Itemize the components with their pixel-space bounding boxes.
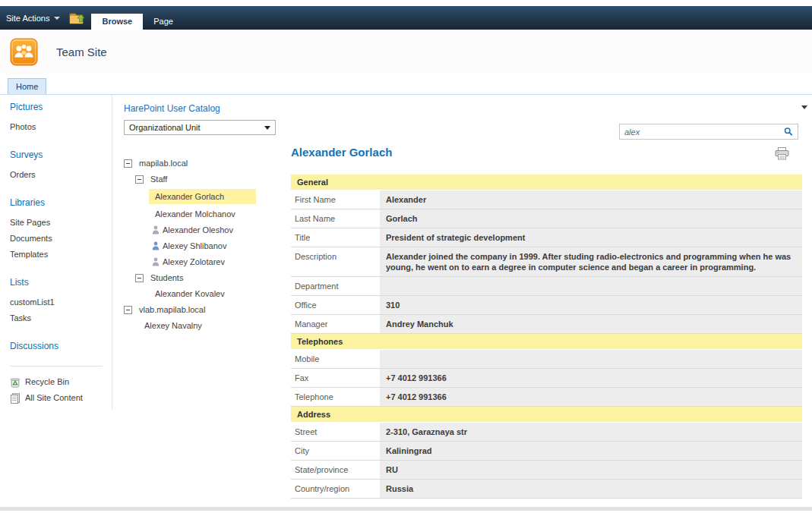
ribbon-tab-page[interactable]: Page bbox=[143, 14, 184, 30]
tree-label: vlab.mapilab.local bbox=[139, 304, 205, 316]
tree-item-domain[interactable]: vlab.mapilab.local bbox=[124, 304, 287, 316]
collapse-icon[interactable] bbox=[135, 274, 144, 282]
sidebar-heading-pictures[interactable]: Pictures bbox=[10, 102, 112, 112]
sidebar-item-recycle-bin[interactable]: Recycle Bin bbox=[10, 374, 112, 390]
tree-label-selected: Alexander Gorlach bbox=[149, 189, 256, 204]
search-input[interactable] bbox=[620, 127, 779, 137]
tab-home[interactable]: Home bbox=[8, 78, 46, 94]
field-label: Title bbox=[291, 228, 380, 247]
sidebar-item-photos[interactable]: Photos bbox=[10, 119, 112, 135]
table-row: Last Name Gorlach bbox=[291, 209, 802, 228]
sidebar-section-lists: Lists customList1 Tasks bbox=[10, 277, 112, 326]
tree-item-ou[interactable]: Students bbox=[124, 272, 287, 284]
table-row: City Kaliningrad bbox=[291, 442, 802, 461]
recycle-bin-label: Recycle Bin bbox=[25, 374, 69, 390]
field-value: Alexander joined the company in 1999. Af… bbox=[380, 247, 802, 276]
table-row: State/province RU bbox=[291, 461, 802, 480]
field-value: RU bbox=[380, 461, 802, 479]
site-actions-menu[interactable]: Site Actions bbox=[0, 6, 68, 30]
site-actions-label: Site Actions bbox=[6, 14, 49, 23]
sidebar-item-all-site-content[interactable]: All Site Content bbox=[10, 390, 112, 406]
top-nav-bar: Home bbox=[0, 74, 812, 95]
team-site-icon[interactable] bbox=[10, 38, 38, 66]
view-selector-dropdown[interactable]: Organizational Unit bbox=[124, 120, 276, 135]
search-box bbox=[619, 124, 798, 140]
field-value: Russia bbox=[380, 480, 802, 498]
field-label: City bbox=[291, 442, 380, 460]
sidebar-section-pictures: Pictures Photos bbox=[10, 102, 112, 135]
field-value bbox=[380, 277, 802, 295]
sidebar-item-documents[interactable]: Documents bbox=[10, 231, 112, 247]
profile-table: General First Name Alexander Last Name G… bbox=[291, 175, 802, 499]
sidebar-heading-discussions[interactable]: Discussions bbox=[10, 341, 112, 351]
person-icon bbox=[152, 257, 160, 266]
view-selector-value: Organizational Unit bbox=[129, 123, 264, 132]
all-site-content-icon bbox=[10, 393, 21, 404]
tree-item-user[interactable]: Alexander Kovalev bbox=[124, 288, 287, 300]
section-header-address: Address bbox=[291, 407, 802, 423]
navigate-up-button[interactable] bbox=[69, 6, 85, 30]
tree-item-user[interactable]: Alexey Shlibanov bbox=[124, 240, 287, 252]
print-button[interactable] bbox=[775, 147, 789, 162]
tree-item-user[interactable]: Alexey Navalny bbox=[124, 319, 287, 332]
collapse-icon[interactable] bbox=[124, 306, 132, 314]
table-row: Street 2-310, Garaznaya str bbox=[291, 423, 802, 442]
sidebar-item-templates[interactable]: Templates bbox=[10, 247, 112, 263]
sidebar-item-tasks[interactable]: Tasks bbox=[10, 310, 112, 326]
search-button[interactable] bbox=[779, 124, 798, 139]
field-value: Gorlach bbox=[380, 209, 802, 228]
field-label: Department bbox=[291, 277, 380, 295]
tree-item-user-selected[interactable]: Alexander Gorlach bbox=[124, 189, 287, 204]
sidebar-section-libraries: Libraries Site Pages Documents Templates bbox=[10, 197, 112, 263]
tree-label: mapilab.local bbox=[139, 157, 188, 169]
field-label: Last Name bbox=[291, 209, 380, 228]
collapse-icon[interactable] bbox=[135, 175, 144, 184]
field-value: 310 bbox=[380, 296, 802, 314]
tree-label: Alexander Oleshov bbox=[163, 224, 233, 236]
tree-item-domain[interactable]: mapilab.local bbox=[124, 157, 287, 169]
sidebar-section-discussions: Discussions bbox=[10, 341, 112, 351]
sidebar-item-site-pages[interactable]: Site Pages bbox=[10, 215, 112, 231]
quick-launch-sidebar: Pictures Photos Surveys Orders Libraries… bbox=[0, 95, 112, 410]
field-label: First Name bbox=[291, 190, 380, 209]
person-icon bbox=[152, 241, 160, 250]
tree-item-user[interactable]: Alexander Molchanov bbox=[124, 208, 287, 220]
org-tree: mapilab.local Staff Alexander Gorlach Al… bbox=[124, 157, 287, 335]
ribbon-tab-browse[interactable]: Browse bbox=[91, 14, 143, 30]
webpart-menu-arrow-icon[interactable] bbox=[801, 105, 807, 109]
field-value: +7 4012 991366 bbox=[380, 369, 802, 387]
sidebar-heading-surveys[interactable]: Surveys bbox=[10, 149, 112, 160]
table-row: Country/region Russia bbox=[291, 480, 802, 499]
field-label: Manager bbox=[291, 315, 380, 333]
page-title[interactable]: Team Site bbox=[56, 46, 107, 58]
tree-label: Alexander Molchanov bbox=[155, 208, 235, 220]
field-label: Country/region bbox=[291, 480, 380, 498]
field-value: +7 4012 991366 bbox=[380, 388, 802, 406]
field-label: Fax bbox=[291, 369, 380, 387]
field-label: Telephone bbox=[291, 388, 380, 406]
sidebar-item-orders[interactable]: Orders bbox=[10, 167, 112, 183]
bottom-scrollbar-track[interactable] bbox=[0, 507, 812, 511]
dropdown-arrow-icon bbox=[264, 126, 270, 130]
ribbon-bar: Site Actions Browse Page bbox=[0, 6, 812, 30]
tree-item-user[interactable]: Alexander Oleshov bbox=[124, 224, 287, 236]
field-label: Office bbox=[291, 296, 380, 314]
field-value: Alexander bbox=[380, 190, 802, 209]
sidebar-heading-lists[interactable]: Lists bbox=[10, 277, 112, 288]
table-row: Mobile bbox=[291, 350, 802, 369]
table-row: Office 310 bbox=[291, 296, 802, 315]
table-row: Manager Andrey Manchuk bbox=[291, 315, 802, 334]
collapse-icon[interactable] bbox=[124, 159, 132, 168]
folder-up-icon bbox=[69, 11, 85, 24]
section-header-general: General bbox=[291, 175, 802, 190]
tree-item-ou[interactable]: Staff bbox=[124, 173, 287, 185]
sidebar-heading-libraries[interactable]: Libraries bbox=[10, 197, 112, 208]
field-value bbox=[380, 350, 802, 368]
webpart-title[interactable]: HarePoint User Catalog bbox=[124, 103, 220, 114]
tree-label: Alexander Kovalev bbox=[155, 288, 225, 300]
sidebar-item-customlist1[interactable]: customList1 bbox=[10, 294, 112, 310]
tree-item-user[interactable]: Alexey Zolotarev bbox=[124, 256, 287, 268]
tree-label: Alexey Shlibanov bbox=[163, 240, 226, 252]
main-content: HarePoint User Catalog Organizational Un… bbox=[112, 95, 812, 513]
tree-label: Students bbox=[150, 272, 183, 284]
